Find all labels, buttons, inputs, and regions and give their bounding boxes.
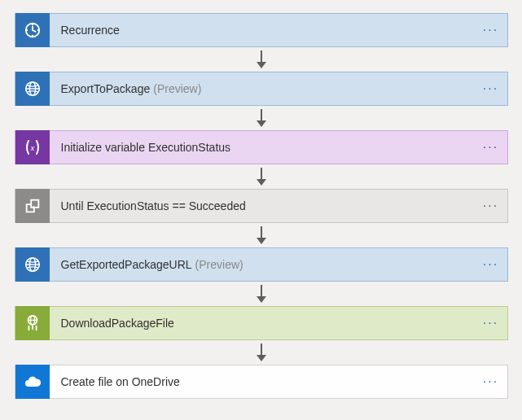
step-get-exported-package-url[interactable]: GetExportedPackageURL(Preview)··· [15, 247, 508, 282]
clock-icon [15, 13, 50, 47]
ellipsis-icon: ··· [483, 258, 498, 271]
step-menu-button[interactable]: ··· [475, 247, 507, 282]
svg-rect-17 [31, 200, 38, 208]
flow-arrow [254, 340, 269, 365]
step-menu-button[interactable]: ··· [475, 130, 507, 164]
step-menu-button[interactable]: ··· [475, 72, 507, 106]
var-icon: x [15, 130, 50, 164]
flow-arrow [254, 282, 269, 306]
ellipsis-icon: ··· [483, 199, 498, 212]
svg-marker-25 [257, 296, 266, 303]
step-label: Recurrence [50, 24, 475, 37]
step-menu-button[interactable]: ··· [475, 13, 507, 47]
download-icon [15, 306, 50, 340]
step-menu-button[interactable]: ··· [475, 189, 507, 223]
ellipsis-icon: ··· [483, 375, 498, 388]
svg-line-6 [33, 30, 36, 32]
svg-marker-20 [257, 238, 266, 244]
globe-icon [15, 72, 50, 106]
step-download-package-file[interactable]: DownloadPackageFile··· [15, 306, 508, 340]
svg-point-3 [25, 29, 28, 32]
step-menu-button[interactable]: ··· [475, 365, 507, 399]
svg-marker-8 [257, 62, 266, 68]
step-label: GetExportedPackageURL(Preview) [50, 258, 475, 271]
svg-point-2 [31, 35, 33, 37]
flow-arrow [254, 223, 269, 247]
globe-icon [15, 247, 50, 282]
step-export-to-package[interactable]: ExportToPackage(Preview)··· [15, 72, 508, 106]
ellipsis-icon: ··· [483, 141, 498, 154]
svg-marker-33 [257, 355, 266, 361]
step-recurrence[interactable]: Recurrence··· [15, 13, 508, 47]
step-menu-button[interactable]: ··· [475, 306, 507, 340]
svg-marker-18 [32, 206, 34, 210]
step-initialize-variable[interactable]: xInitialize variable ExecutionStatus··· [15, 130, 508, 164]
flow-arrow [254, 164, 269, 189]
cloud-icon [15, 365, 50, 399]
step-until-loop[interactable]: Until ExecutionStatus == Succeeded··· [15, 189, 508, 223]
flow-canvas: Recurrence···ExportToPackage(Preview)···… [0, 0, 522, 420]
step-label: ExportToPackage(Preview) [50, 82, 475, 95]
step-label: Create file on OneDrive [50, 375, 475, 388]
flow-arrow [254, 47, 269, 72]
step-label: Until ExecutionStatus == Succeeded [50, 199, 475, 212]
ellipsis-icon: ··· [483, 317, 498, 330]
svg-marker-13 [257, 120, 266, 127]
flow-arrow [254, 106, 269, 130]
step-create-file-onedrive[interactable]: Create file on OneDrive··· [15, 365, 508, 399]
step-label: Initialize variable ExecutionStatus [50, 141, 475, 154]
ellipsis-icon: ··· [483, 24, 498, 37]
svg-point-4 [37, 29, 39, 32]
loop-icon [15, 189, 50, 223]
step-label: DownloadPackageFile [50, 317, 475, 330]
svg-point-1 [31, 24, 33, 26]
ellipsis-icon: ··· [483, 82, 498, 95]
svg-marker-16 [257, 179, 266, 186]
svg-text:x: x [29, 142, 34, 152]
